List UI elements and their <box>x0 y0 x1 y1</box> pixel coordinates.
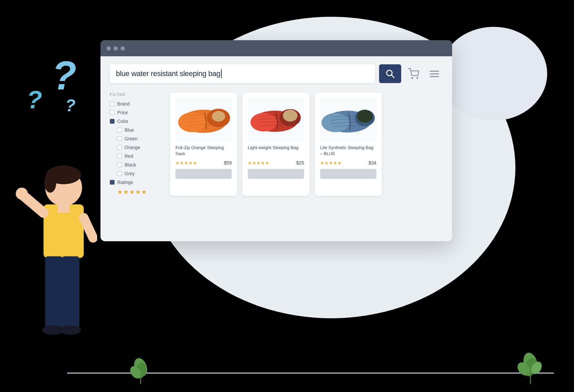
sleeping-bag-orange-svg <box>175 103 232 136</box>
price-label: Price <box>117 110 128 115</box>
menu-line-3 <box>430 76 439 77</box>
main-layout: FILTER Brand Price Color <box>110 92 443 196</box>
product-name-2: Light-weight Sleeping Bag <box>248 145 304 157</box>
filter-ratings[interactable]: Ratings <box>110 180 163 185</box>
svg-line-5 <box>84 218 93 238</box>
svg-rect-8 <box>62 256 79 330</box>
p1-star-4: ★ <box>189 160 193 166</box>
filter-color-red[interactable]: Red <box>110 153 163 159</box>
p2-star-5: ★ <box>265 160 269 166</box>
product-price-1: $59 <box>224 160 232 166</box>
add-to-cart-btn-3[interactable] <box>320 169 376 179</box>
red-label: Red <box>125 153 133 159</box>
p2-star-1: ★ <box>248 160 252 166</box>
product-price-2: $25 <box>296 160 304 166</box>
search-query-text: blue water resistant sleeping bag <box>116 69 220 78</box>
product-meta-1: ★ ★ ★ ★ ★ $59 <box>175 160 232 166</box>
dot-1 <box>106 46 111 51</box>
filter-color-green[interactable]: Green <box>110 136 163 141</box>
search-input-container[interactable]: blue water resistant sleeping bag <box>110 64 375 83</box>
browser-content: blue water resistant sleeping bag <box>100 56 452 204</box>
black-checkbox[interactable] <box>117 162 122 167</box>
browser-window: blue water resistant sleeping bag <box>100 40 452 241</box>
text-cursor <box>221 69 222 78</box>
filter-color-blue[interactable]: Blue <box>110 127 163 133</box>
plant-right <box>514 344 547 385</box>
cart-icon[interactable] <box>405 65 422 82</box>
product-meta-3: ★ ★ ★ ★ ★ $34 <box>320 160 376 166</box>
p1-star-1: ★ <box>175 160 180 166</box>
menu-line-2 <box>430 73 439 74</box>
sleeping-bag-red-svg <box>248 103 304 136</box>
ratings-stars[interactable]: ★ ★ ★ ★ ★ <box>110 188 163 196</box>
question-mark-small: ? <box>65 97 76 114</box>
question-mark-medium: ? <box>27 87 42 112</box>
search-bar: blue water resistant sleeping bag <box>110 64 443 83</box>
product-card-2[interactable]: Light-weight Sleeping Bag ★ ★ ★ ★ ★ $25 <box>242 92 309 196</box>
star-4: ★ <box>135 188 141 196</box>
price-checkbox[interactable] <box>110 110 115 115</box>
p3-star-3: ★ <box>329 160 333 166</box>
svg-point-23 <box>283 110 297 122</box>
menu-icon[interactable] <box>426 65 443 82</box>
filter-label: FILTER <box>110 92 163 96</box>
question-mark-big: ? <box>52 55 76 95</box>
filter-color[interactable]: Color <box>110 119 163 124</box>
grey-label: Grey <box>125 171 135 176</box>
green-label: Green <box>125 136 138 141</box>
green-checkbox[interactable] <box>117 136 122 141</box>
p2-star-4: ★ <box>261 160 265 166</box>
svg-line-13 <box>391 75 394 78</box>
svg-point-6 <box>16 188 28 200</box>
add-to-cart-btn-1[interactable] <box>175 169 232 179</box>
person-figure <box>3 151 97 379</box>
orange-checkbox[interactable] <box>117 145 122 150</box>
product-image-1 <box>175 98 232 141</box>
ratings-checkbox[interactable] <box>110 180 115 185</box>
cart-svg <box>408 68 419 79</box>
p3-star-4: ★ <box>333 160 337 166</box>
scene: ? ? ? <box>0 0 574 392</box>
dot-3 <box>121 46 125 51</box>
product-card-3[interactable]: Lite Synthetic Sleeping Bag – BLUE ★ ★ ★… <box>315 92 382 196</box>
blue-label: Blue <box>125 127 134 133</box>
star-3: ★ <box>129 188 135 196</box>
svg-point-2 <box>44 173 56 193</box>
svg-point-19 <box>212 111 225 122</box>
sleeping-bag-blue-svg <box>320 103 376 136</box>
star-2: ★ <box>123 188 129 196</box>
browser-titlebar <box>100 40 452 56</box>
dot-2 <box>114 46 118 51</box>
product-name-3: Lite Synthetic Sleeping Bag – BLUE <box>320 145 376 157</box>
svg-point-27 <box>357 110 373 123</box>
filter-color-black[interactable]: Black <box>110 162 163 168</box>
filter-color-grey[interactable]: Grey <box>110 171 163 176</box>
filter-brand[interactable]: Brand <box>110 101 163 107</box>
p2-star-2: ★ <box>252 160 256 166</box>
plant-left <box>127 350 154 385</box>
brand-checkbox[interactable] <box>110 102 115 106</box>
blue-checkbox[interactable] <box>117 128 122 132</box>
bg-blob-right <box>440 27 547 121</box>
product-image-3 <box>320 98 376 141</box>
svg-rect-7 <box>45 256 63 330</box>
grey-checkbox[interactable] <box>117 171 122 176</box>
p3-star-2: ★ <box>325 160 329 166</box>
filter-sidebar: FILTER Brand Price Color <box>110 92 163 196</box>
menu-line-1 <box>430 71 439 72</box>
svg-point-14 <box>412 77 413 78</box>
star-1: ★ <box>117 188 123 196</box>
p3-star-5: ★ <box>338 160 342 166</box>
product-image-2 <box>248 98 304 141</box>
add-to-cart-btn-2[interactable] <box>248 169 304 179</box>
color-checkbox[interactable] <box>110 119 115 124</box>
filter-color-orange[interactable]: Orange <box>110 145 163 150</box>
search-button[interactable] <box>379 64 401 83</box>
ratings-label: Ratings <box>117 180 133 185</box>
red-checkbox[interactable] <box>117 154 122 158</box>
product-card-1[interactable]: Full-Zip Orange Sleeping Sack ★ ★ ★ ★ ★ … <box>170 92 237 196</box>
filter-price[interactable]: Price <box>110 110 163 115</box>
p3-star-1: ★ <box>320 160 324 166</box>
star-5: ★ <box>141 188 147 196</box>
p2-star-3: ★ <box>257 160 261 166</box>
